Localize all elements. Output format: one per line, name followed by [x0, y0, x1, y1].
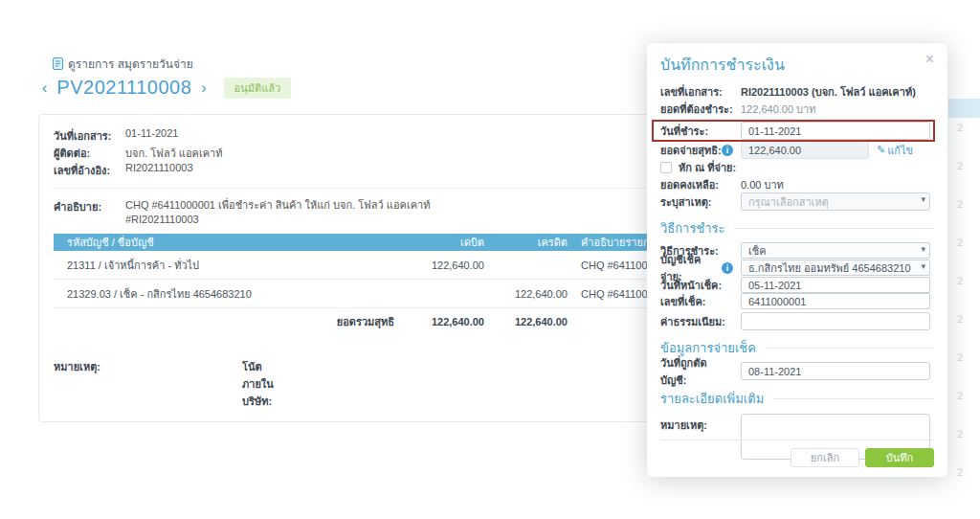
cheque-date-row: วันที่หน้าเช็ค:	[660, 278, 934, 292]
status-badge: อนุมัติแล้ว	[224, 78, 292, 99]
info-icon: i	[722, 262, 733, 274]
debited-date-row: วันที่ถูกตัดบัญชี:	[660, 363, 934, 379]
col-debit: เดบิต	[398, 234, 484, 251]
fee-input[interactable]	[741, 312, 930, 330]
background-list-item: 2	[957, 351, 963, 363]
debited-date-input[interactable]	[741, 362, 930, 380]
info-icon: i	[722, 145, 733, 156]
edit-amount-link[interactable]: ✎ แก้ไข	[877, 142, 913, 159]
background-list-item: 2	[957, 160, 963, 171]
remaining-row: ยอดคงเหลือ: 0.00 บาท	[660, 177, 934, 192]
fee-label: ค่าธรรมเนียม:	[660, 313, 725, 330]
pay-date-row: วันที่ชำระ:	[660, 124, 934, 138]
modal-doc-no-value: RI2021110003 (บจก. โฟลว์ แอคเคาท์)	[741, 83, 930, 101]
col-account: รหัสบัญชี / ชื่อบัญชี	[54, 234, 398, 251]
remaining-value: 0.00 บาท	[741, 176, 930, 193]
modal-note-row: หมายเหตุ:	[660, 414, 934, 437]
cheque-date-input[interactable]	[741, 277, 930, 293]
document-header: ‹ PV2021110008 › อนุมัติแล้ว	[40, 77, 291, 99]
background-list-item: 2	[957, 275, 963, 286]
remaining-label: ยอดคงเหลือ:	[660, 176, 719, 193]
background-list-item: 2	[957, 313, 963, 325]
payment-method-section-title: วิธีการชำระ	[660, 218, 934, 238]
modal-footer: ยกเลิก บันทึก	[660, 440, 934, 467]
close-icon[interactable]: ×	[925, 53, 934, 66]
internal-note-label: โน้ตภายในบริษัท:	[242, 358, 274, 410]
card-notes: หมายเหตุ: โน้ตภายในบริษัท:	[54, 358, 100, 375]
chevron-down-icon: ▾	[921, 194, 925, 204]
background-list-item: 2	[957, 237, 963, 248]
doc-date-label: วันที่เอกสาร:	[54, 127, 125, 145]
chevron-down-icon: ▾	[921, 261, 925, 271]
edit-icon: ✎	[877, 144, 885, 156]
net-paid-value: 122,640.00	[741, 141, 869, 159]
cheque-account-row: บัญชีเช็คจ่าย: i ธ.กสิกรไทย ออมทรัพย์ 46…	[660, 260, 934, 276]
modal-title: บันทึกการชำระเงิน	[660, 53, 785, 77]
more-details-section-title: รายละเอียดเพิ่มเติม	[660, 389, 934, 409]
amount-due-value: 122,640.00 บาท	[741, 101, 930, 118]
doc-date-row: วันที่เอกสาร: 01-11-2021	[54, 127, 178, 145]
save-button[interactable]: บันทึก	[865, 448, 934, 467]
background-list-item: 2	[957, 122, 963, 133]
breadcrumb-label: ดูรายการ สมุดรายวันจ่าย	[68, 55, 193, 73]
next-document-icon[interactable]: ›	[199, 80, 208, 96]
total-debit: 122,640.00	[398, 316, 484, 327]
note-label: หมายเหตุ:	[54, 361, 100, 372]
background-list-item: 2	[957, 466, 963, 478]
cheque-no-row: เลขที่เช็ค:	[660, 294, 934, 308]
description-label: คำอธิบาย:	[54, 198, 125, 227]
background-list-item: 2	[957, 428, 963, 440]
background-list-item: 2	[957, 390, 963, 401]
amount-due-label: ยอดที่ต้องชำระ:	[660, 101, 733, 118]
col-credit: เครดิต	[484, 234, 568, 251]
description-row: คำอธิบาย: CHQ #6411000001 เพื่อชำระค่า ส…	[54, 198, 430, 227]
doc-date-value: 01-11-2021	[125, 127, 178, 145]
withholding-row: หัก ณ ที่จ่าย:	[660, 160, 934, 174]
net-paid-row: ยอดจ่ายสุทธิ: i 122,640.00 ✎ แก้ไข	[660, 143, 934, 157]
background-list-item: 2	[957, 198, 963, 210]
modal-amount-due-row: ยอดที่ต้องชำระ: 122,640.00 บาท	[660, 102, 934, 116]
withholding-label: หัก ณ ที่จ่าย:	[679, 159, 736, 176]
cheque-no-label: เลขที่เช็ค:	[660, 293, 706, 310]
reason-row: ระบุสาเหตุ: กรุณาเลือกสาเหตุ ▾	[660, 194, 934, 209]
modal-doc-no-row: เลขที่เอกสาร: RI2021110003 (บจก. โฟลว์ แ…	[660, 84, 934, 99]
fee-row: ค่าธรรมเนียม:	[660, 314, 934, 328]
document-number: PV2021110008	[56, 77, 191, 99]
cheque-number-input[interactable]	[741, 293, 930, 309]
total-credit: 122,640.00	[484, 316, 568, 327]
prev-document-icon[interactable]: ‹	[40, 80, 49, 96]
document-icon	[53, 57, 63, 70]
debited-date-label: วันที่ถูกตัดบัญชี:	[660, 354, 733, 389]
reason-label: ระบุสาเหตุ:	[660, 193, 712, 211]
app-window: ดูรายการ สมุดรายวันจ่าย ‹ PV2021110008 ›…	[0, 0, 980, 519]
pay-date-label: วันที่ชำระ:	[660, 123, 708, 140]
breadcrumb: ดูรายการ สมุดรายวันจ่าย	[53, 55, 193, 73]
cheque-date-label: วันที่หน้าเช็ค:	[660, 277, 722, 294]
contact-label: ผู้ติดต่อ:	[54, 145, 125, 162]
contact-value: บจก. โฟลว์ แอคเคาท์	[125, 145, 222, 162]
total-label: ยอดรวมสุทธิ	[54, 313, 398, 330]
cheque-account-select[interactable]: ธ.กสิกรไทย ออมทรัพย์ 4654683210 ▾	[741, 260, 930, 276]
background-highlighted-row	[948, 99, 980, 118]
payment-modal: บันทึกการชำระเงิน × เลขที่เอกสาร: RI2021…	[647, 43, 947, 477]
description-value: CHQ #6411000001 เพื่อชำระค่า สินค้า ให้แ…	[125, 198, 430, 227]
background-list: 2222222222	[948, 0, 980, 519]
reference-value: RI2021110003	[125, 162, 193, 179]
modal-note-label: หมายเหตุ:	[660, 417, 707, 434]
payment-method-select[interactable]: เช็ค ▾	[741, 242, 930, 259]
reference-row: เลขที่อ้างอิง: RI2021110003	[54, 162, 193, 179]
contact-row: ผู้ติดต่อ: บจก. โฟลว์ แอคเคาท์	[54, 145, 222, 162]
pay-date-input[interactable]	[741, 122, 930, 140]
net-paid-label: ยอดจ่ายสุทธิ:	[660, 142, 722, 159]
chevron-down-icon: ▾	[921, 244, 925, 254]
reason-select[interactable]: กรุณาเลือกสาเหตุ ▾	[741, 192, 930, 211]
reference-label: เลขที่อ้างอิง:	[54, 162, 125, 179]
cancel-button[interactable]: ยกเลิก	[791, 448, 859, 467]
withholding-checkbox[interactable]	[660, 162, 672, 173]
modal-doc-no-label: เลขที่เอกสาร:	[660, 83, 723, 101]
